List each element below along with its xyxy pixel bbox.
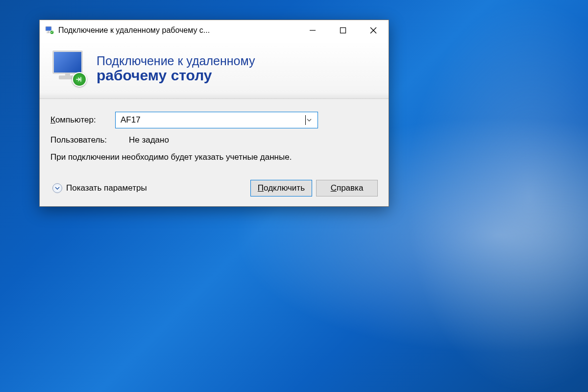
show-options-button[interactable]: Показать параметры — [50, 182, 149, 194]
computer-input[interactable] — [121, 115, 306, 125]
minimize-button[interactable] — [297, 20, 328, 41]
banner-line1: Подключение к удаленному — [97, 54, 255, 68]
svg-rect-0 — [46, 26, 51, 31]
chevron-down-circle-icon — [52, 183, 62, 193]
maximize-button[interactable] — [328, 20, 358, 41]
banner-title: Подключение к удаленному рабочему столу — [97, 54, 255, 84]
rdp-connection-dialog: Подключение к удаленному рабочему с... П… — [39, 20, 389, 207]
window-title: Подключение к удаленному рабочему с... — [58, 26, 297, 35]
titlebar[interactable]: Подключение к удаленному рабочему с... — [40, 20, 389, 41]
rdp-icon — [49, 49, 88, 88]
connect-button[interactable]: Подключить — [250, 180, 312, 196]
computer-label: Компьютер: — [50, 115, 115, 125]
svg-rect-5 — [341, 28, 346, 33]
help-button[interactable]: Справка — [316, 180, 378, 196]
credentials-info-text: При подключении необходимо будет указать… — [50, 152, 378, 163]
user-label: Пользователь: — [50, 135, 115, 145]
banner: Подключение к удаленному рабочему столу — [40, 41, 389, 99]
close-button[interactable] — [358, 20, 389, 41]
computer-combobox[interactable] — [115, 112, 318, 128]
dialog-body: Компьютер: Пользователь: Не задано При п… — [40, 99, 389, 206]
svg-rect-1 — [48, 31, 49, 32]
user-value: Не задано — [129, 135, 169, 145]
chevron-down-icon[interactable] — [306, 117, 313, 123]
app-icon — [45, 25, 54, 35]
banner-line2: рабочему столу — [97, 67, 255, 84]
